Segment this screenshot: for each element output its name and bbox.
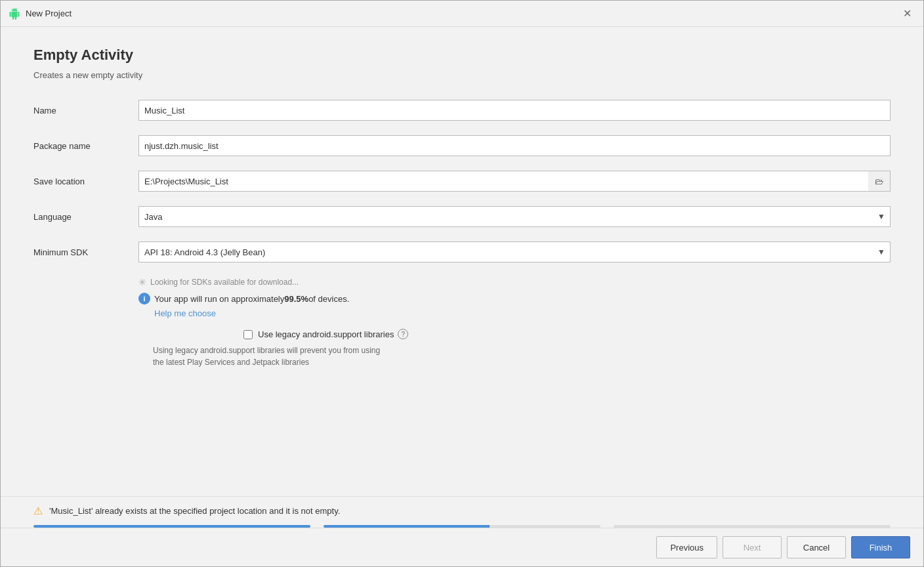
package-row: Package name	[33, 135, 891, 156]
sdk-coverage-row: i Your app will run on approximately 99.…	[138, 293, 891, 304]
coverage-text: Your app will run on approximately	[154, 294, 284, 304]
min-sdk-row: Minimum SDK API 18: Android 4.3 (Jelly B…	[33, 242, 891, 262]
sdk-info-area: ✳ Looking for SDKs available for downloa…	[138, 277, 891, 368]
browse-folder-button[interactable]: 🗁	[868, 171, 891, 192]
coverage-percentage: 99.5%	[284, 294, 308, 304]
package-label: Package name	[33, 141, 138, 151]
legacy-libs-row: Use legacy android.support libraries ?	[243, 329, 891, 339]
new-project-dialog: New Project ✕ Empty Activity Creates a n…	[0, 0, 924, 567]
android-icon	[9, 8, 20, 20]
previous-button[interactable]: Previous	[656, 536, 717, 558]
info-icon: i	[138, 293, 150, 304]
language-select[interactable]: Java Kotlin	[138, 206, 891, 227]
coverage-suffix: of devices.	[308, 294, 349, 304]
language-row: Language Java Kotlin ▼	[33, 206, 891, 227]
min-sdk-label: Minimum SDK	[33, 247, 138, 257]
title-bar: New Project ✕	[1, 1, 923, 27]
legacy-libs-description: Using legacy android.support libraries w…	[153, 345, 891, 368]
warning-icon: ⚠	[33, 505, 43, 517]
cancel-button[interactable]: Cancel	[787, 536, 846, 558]
page-title: Empty Activity	[33, 47, 891, 64]
sdk-loading-row: ✳ Looking for SDKs available for downloa…	[138, 277, 891, 287]
finish-button[interactable]: Finish	[851, 536, 910, 558]
folder-icon: 🗁	[875, 177, 883, 186]
close-button[interactable]: ✕	[899, 6, 915, 21]
min-sdk-select-wrapper: API 18: Android 4.3 (Jelly Bean) API 21:…	[138, 242, 891, 262]
save-location-wrapper: 🗁	[138, 171, 891, 192]
language-select-wrapper: Java Kotlin ▼	[138, 206, 891, 227]
save-location-label: Save location	[33, 177, 138, 186]
legacy-libs-checkbox[interactable]	[243, 330, 253, 339]
title-bar-title: New Project	[26, 9, 899, 18]
legacy-libs-help-icon[interactable]: ?	[398, 329, 408, 339]
legacy-libs-label: Use legacy android.support libraries ?	[258, 329, 408, 339]
save-location-input[interactable]	[138, 171, 891, 192]
footer: Previous Next Cancel Finish	[1, 528, 923, 566]
main-content: Empty Activity Creates a new empty activ…	[1, 27, 923, 496]
save-location-row: Save location 🗁	[33, 171, 891, 192]
min-sdk-select[interactable]: API 18: Android 4.3 (Jelly Bean) API 21:…	[138, 242, 891, 262]
help-me-choose-link[interactable]: Help me choose	[154, 308, 891, 318]
next-button[interactable]: Next	[723, 536, 782, 558]
page-subtitle: Creates a new empty activity	[33, 70, 891, 80]
spinner-icon: ✳	[138, 277, 146, 287]
language-label: Language	[33, 212, 138, 222]
name-input[interactable]	[138, 100, 891, 121]
sdk-loading-text: Looking for SDKs available for download.…	[150, 278, 299, 287]
name-label: Name	[33, 106, 138, 116]
warning-text: 'Music_List' already exists at the speci…	[49, 506, 340, 516]
name-row: Name	[33, 100, 891, 121]
package-input[interactable]	[138, 135, 891, 156]
warning-bar: ⚠ 'Music_List' already exists at the spe…	[1, 496, 923, 525]
